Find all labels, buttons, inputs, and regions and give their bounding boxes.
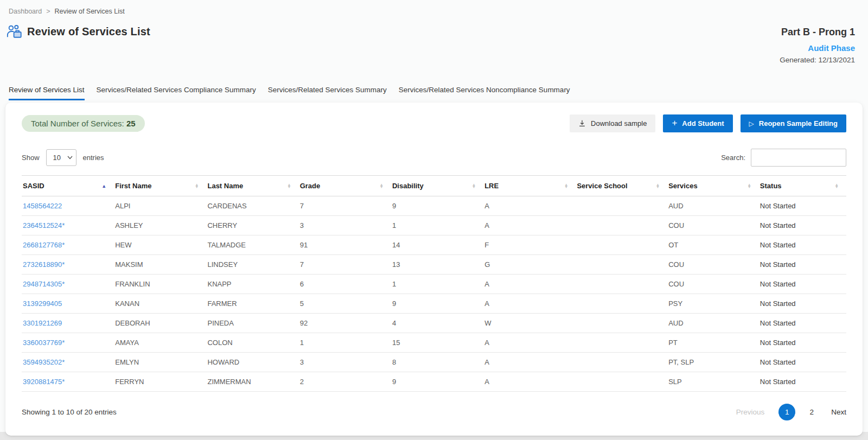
add-student-button[interactable]: + Add Student	[663, 114, 732, 132]
cell-status: Not Started	[759, 294, 846, 314]
cell-lre: G	[483, 255, 576, 275]
sasid-link[interactable]: 1458564222	[23, 202, 62, 210]
play-outline-icon: ▷	[749, 120, 754, 127]
cell-first_name: HEW	[114, 235, 206, 255]
part-prong-label: Part B - Prong 1	[780, 25, 855, 40]
cell-last_name: ZIMMERMAN	[206, 372, 298, 392]
cell-first_name: EMLYN	[114, 353, 206, 372]
cell-services: PT, SLP	[667, 353, 759, 372]
cell-lre: A	[483, 196, 576, 216]
cell-first_name: AMAYA	[114, 333, 206, 353]
cell-disability: 9	[391, 196, 483, 216]
cell-grade: 3	[299, 353, 391, 372]
cell-last_name: COLON	[206, 333, 298, 353]
page-button-2[interactable]: 2	[806, 408, 817, 416]
sasid-link[interactable]: 2948714305*	[23, 280, 65, 288]
cell-sasid: 2668127768*	[22, 235, 114, 255]
cell-services: COU	[667, 216, 759, 235]
table-header-row: SASID▲First Name▲▼Last Name▲▼Grade▲▼Disa…	[22, 176, 846, 196]
sasid-link[interactable]: 2668127768*	[23, 241, 65, 249]
download-sample-button[interactable]: Download sample	[570, 114, 655, 132]
page-size-select[interactable]: 10	[46, 149, 76, 166]
cell-services: SLP	[667, 372, 759, 392]
sasid-link[interactable]: 3594935202*	[23, 358, 65, 366]
column-header-services[interactable]: Services▲▼	[667, 176, 759, 196]
cell-service_school	[576, 353, 667, 372]
column-header-disability[interactable]: Disability▲▼	[391, 176, 483, 196]
cell-disability: 9	[391, 372, 483, 392]
services-group-icon	[7, 24, 23, 39]
cell-disability: 4	[391, 314, 483, 333]
cell-service_school	[576, 372, 667, 392]
cell-sasid: 2948714305*	[22, 275, 114, 294]
table-row: 3594935202*EMLYNHOWARD38APT, SLPNot Star…	[22, 353, 846, 372]
cell-service_school	[576, 196, 667, 216]
cell-status: Not Started	[759, 372, 846, 392]
column-header-first_name[interactable]: First Name▲▼	[114, 176, 206, 196]
cell-first_name: ALPI	[114, 196, 206, 216]
cell-services: PSY	[667, 294, 759, 314]
page: Dashboard > Review of Services List Revi…	[0, 0, 868, 432]
table-footer: Showing 1 to 10 of 20 entries Previous 1…	[22, 404, 846, 420]
sort-icon: ▲▼	[287, 183, 291, 188]
cell-services: AUD	[667, 314, 759, 333]
cell-disability: 14	[391, 235, 483, 255]
page-button-1[interactable]: 1	[778, 404, 795, 420]
cell-service_school	[576, 275, 667, 294]
column-header-service_school[interactable]: Service School▲▼	[576, 176, 667, 196]
plus-icon: +	[672, 118, 677, 127]
search-input[interactable]	[751, 149, 846, 167]
column-header-grade[interactable]: Grade▲▼	[299, 176, 391, 196]
page-header: Review of Services List Part B - Prong 1…	[0, 15, 868, 66]
cell-sasid: 1458564222	[22, 196, 114, 216]
table-row: 3360037769*AMAYACOLON115APTNot Started	[22, 333, 846, 353]
tab-services-related-services-summary[interactable]: Services/Related Services Summary	[268, 82, 387, 100]
cell-sasid: 2732618890*	[22, 255, 114, 275]
cell-service_school	[576, 333, 667, 353]
total-services-badge: Total Number of Services: 25	[22, 115, 145, 132]
tab-services-related-services-noncompliance-summary[interactable]: Services/Related Services Noncompliance …	[399, 82, 570, 100]
cell-first_name: KANAN	[114, 294, 206, 314]
sasid-link[interactable]: 2732618890*	[23, 260, 65, 269]
showing-entries-text: Showing 1 to 10 of 20 entries	[22, 408, 117, 416]
tab-services-related-services-compliance-summary[interactable]: Services/Related Services Compliance Sum…	[97, 82, 256, 100]
sasid-link[interactable]: 3920881475*	[23, 378, 65, 386]
table-row: 1458564222ALPICARDENAS79AAUDNot Started	[22, 196, 846, 216]
cell-status: Not Started	[759, 196, 846, 216]
tab-review-of-services-list[interactable]: Review of Services List	[9, 82, 85, 100]
cell-last_name: TALMADGE	[206, 235, 298, 255]
cell-status: Not Started	[759, 255, 846, 275]
services-table: SASID▲First Name▲▼Last Name▲▼Grade▲▼Disa…	[22, 175, 846, 392]
column-header-status[interactable]: Status▲▼	[759, 176, 846, 196]
column-header-sasid[interactable]: SASID▲	[22, 176, 114, 196]
table-row: 2668127768*HEWTALMADGE9114FOTNot Started	[22, 235, 846, 255]
sort-icon: ▲▼	[380, 183, 384, 188]
pagination-next[interactable]: Next	[831, 408, 846, 416]
table-row: 3139299405KANANFARMER59APSYNot Started	[22, 294, 846, 314]
breadcrumb-dashboard[interactable]: Dashboard	[9, 8, 42, 15]
breadcrumb-current: Review of Services List	[54, 8, 124, 15]
pagination-previous[interactable]: Previous	[736, 408, 765, 416]
sort-icon: ▲▼	[195, 183, 199, 188]
sasid-link[interactable]: 2364512524*	[23, 221, 65, 229]
sort-icon: ▲▼	[835, 183, 839, 188]
cell-lre: F	[483, 235, 576, 255]
sasid-link[interactable]: 3301921269	[23, 319, 62, 327]
table-row: 2364512524*ASHLEYCHERRY31ACOUNot Started	[22, 216, 846, 235]
sasid-link[interactable]: 3139299405	[23, 299, 62, 308]
cell-services: OT	[667, 235, 759, 255]
reopen-sample-editing-button[interactable]: ▷ Reopen Sample Editing	[741, 114, 846, 132]
column-header-last_name[interactable]: Last Name▲▼	[206, 176, 298, 196]
sasid-link[interactable]: 3360037769*	[23, 339, 65, 347]
pagination-pages: 12	[778, 404, 817, 420]
cell-sasid: 3594935202*	[22, 353, 114, 372]
cell-services: AUD	[667, 196, 759, 216]
cell-lre: A	[483, 333, 576, 353]
column-header-lre[interactable]: LRE▲▼	[483, 176, 576, 196]
cell-last_name: CHERRY	[206, 216, 298, 235]
generated-date: Generated: 12/13/2021	[780, 55, 855, 66]
search-label: Search:	[721, 154, 745, 162]
cell-lre: A	[483, 353, 576, 372]
table-controls: Show 10 entries Search:	[22, 149, 846, 167]
pagination: Previous 12 Next	[736, 404, 846, 420]
